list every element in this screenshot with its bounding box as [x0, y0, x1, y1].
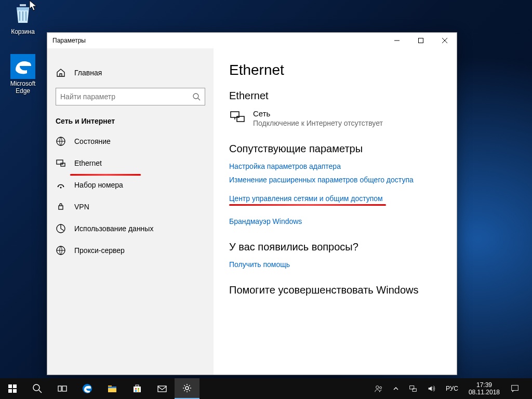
svg-rect-26 [58, 386, 61, 391]
taskbar-edge[interactable] [75, 378, 100, 399]
svg-rect-35 [138, 388, 139, 390]
sidebar-item-label: Прокси-сервер [74, 246, 205, 255]
tray-volume-icon[interactable] [424, 378, 440, 399]
window-title: Параметры [52, 37, 86, 44]
status-icon [56, 136, 66, 147]
sidebar-item-status[interactable]: Состояние [47, 130, 214, 152]
svg-point-11 [60, 187, 62, 189]
settings-sidebar: Главная Сеть и Интернет Состояние [47, 48, 214, 375]
vpn-icon [56, 202, 66, 212]
network-icon [229, 109, 246, 126]
svg-rect-32 [134, 387, 141, 392]
taskbar-store[interactable] [125, 378, 150, 399]
svg-line-7 [198, 98, 200, 100]
svg-rect-21 [13, 384, 17, 388]
sidebar-home[interactable]: Главная [47, 62, 214, 84]
link-adapter-settings[interactable]: Настройка параметров адаптера [229, 162, 441, 170]
desktop-icon-label: Microsoft Edge [3, 80, 43, 95]
edge-icon [10, 54, 35, 79]
svg-point-12 [58, 186, 59, 187]
tray-action-center-icon[interactable] [507, 378, 523, 399]
svg-point-41 [380, 387, 382, 389]
svg-rect-9 [57, 160, 63, 164]
sidebar-section-label: Сеть и Интернет [47, 110, 214, 130]
taskbar-explorer[interactable] [100, 378, 125, 399]
taskbar-mail[interactable] [150, 378, 175, 399]
svg-point-40 [376, 386, 379, 389]
connection-heading: Ethernet [229, 90, 441, 102]
link-network-center[interactable]: Центр управления сетями и общим доступом [229, 194, 383, 203]
connection-name: Сеть [253, 109, 383, 118]
svg-rect-22 [8, 389, 12, 393]
sidebar-home-label: Главная [74, 69, 205, 77]
svg-rect-23 [13, 389, 17, 393]
svg-rect-0 [20, 4, 26, 6]
minimize-button[interactable] [385, 33, 409, 48]
settings-main: Ethernet Ethernet Сеть Подключение к Инт… [214, 48, 457, 375]
sidebar-item-label: Использование данных [74, 224, 205, 233]
desktop-icon-label: Корзина [3, 28, 43, 35]
sidebar-item-ethernet[interactable]: Ethernet [47, 152, 214, 174]
settings-window: Параметры Главная [47, 32, 457, 375]
search-icon [192, 92, 201, 101]
taskbar-settings[interactable] [175, 378, 200, 399]
link-get-help[interactable]: Получить помощь [229, 260, 441, 269]
link-windows-firewall[interactable]: Брандмауэр Windows [229, 217, 441, 225]
start-button[interactable] [0, 378, 25, 399]
connection-status: Подключение к Интернету отсутствует [253, 119, 383, 127]
proxy-icon [56, 245, 66, 256]
help-heading: У вас появились вопросы? [229, 241, 441, 253]
svg-point-39 [185, 387, 189, 390]
feedback-heading: Помогите усовершенствовать Windows [229, 284, 441, 296]
search-input[interactable] [60, 92, 192, 101]
sidebar-item-vpn[interactable]: VPN [47, 196, 214, 218]
svg-point-13 [63, 186, 64, 187]
maximize-button[interactable] [409, 33, 433, 48]
sidebar-item-label: Состояние [74, 137, 205, 145]
svg-rect-27 [62, 386, 66, 391]
tray-clock[interactable]: 17:39 08.11.2018 [464, 381, 504, 396]
sidebar-item-dialup[interactable]: Набор номера [47, 174, 214, 196]
dialup-icon [56, 180, 66, 190]
svg-rect-31 [108, 387, 116, 388]
home-icon [56, 68, 66, 78]
svg-point-24 [33, 384, 39, 391]
svg-rect-36 [135, 390, 137, 392]
svg-rect-1 [10, 54, 35, 79]
task-view-button[interactable] [50, 378, 75, 399]
desktop-icon-edge[interactable]: Microsoft Edge [3, 54, 43, 95]
svg-line-25 [39, 390, 42, 393]
link-advanced-sharing[interactable]: Изменение расширенных параметров общего … [229, 176, 441, 184]
sidebar-item-label: Набор номера [74, 181, 205, 189]
svg-rect-38 [158, 386, 166, 392]
search-button[interactable] [25, 378, 50, 399]
svg-rect-44 [512, 385, 518, 391]
titlebar[interactable]: Параметры [47, 33, 457, 48]
tray-chevron-up-icon[interactable] [390, 378, 402, 399]
sidebar-item-label: Ethernet [74, 159, 205, 167]
tray-people[interactable] [371, 378, 387, 399]
search-box[interactable] [56, 88, 205, 105]
taskbar: РУС 17:39 08.11.2018 [0, 378, 532, 399]
svg-rect-34 [135, 388, 137, 390]
close-button[interactable] [433, 33, 457, 48]
sidebar-item-datausage[interactable]: Использование данных [47, 218, 214, 240]
tray-time: 17:39 [469, 381, 500, 389]
mouse-cursor [29, 0, 38, 12]
svg-point-6 [193, 94, 198, 99]
sidebar-item-label: VPN [74, 203, 205, 211]
tray-language[interactable]: РУС [443, 378, 461, 399]
tray-date: 08.11.2018 [469, 389, 500, 396]
tray-network-icon[interactable] [405, 378, 421, 399]
show-desktop-button[interactable] [526, 378, 529, 399]
svg-rect-14 [59, 206, 63, 209]
related-heading: Сопутствующие параметры [229, 143, 441, 155]
desktop: Корзина Microsoft Edge Параметры [0, 0, 532, 399]
ethernet-icon [56, 158, 66, 168]
ethernet-connection[interactable]: Сеть Подключение к Интернету отсутствует [229, 109, 441, 127]
svg-rect-3 [419, 38, 423, 43]
system-tray: РУС 17:39 08.11.2018 [371, 378, 532, 399]
svg-rect-37 [138, 390, 139, 392]
svg-rect-20 [8, 384, 12, 388]
sidebar-item-proxy[interactable]: Прокси-сервер [47, 240, 214, 261]
